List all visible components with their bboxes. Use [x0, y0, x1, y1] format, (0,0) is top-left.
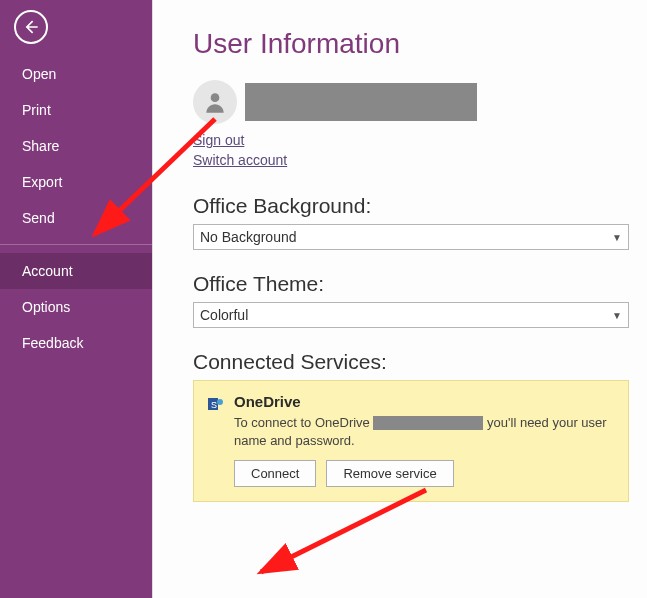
- account-content: User Information Sign out Switch account…: [152, 0, 647, 598]
- service-description: To connect to OneDrive you'll need your …: [234, 414, 614, 450]
- service-redacted: [373, 416, 483, 430]
- person-icon: [202, 89, 228, 115]
- office-background-heading: Office Background:: [193, 194, 633, 218]
- svg-text:S: S: [211, 400, 217, 410]
- nav-account[interactable]: Account: [0, 253, 152, 289]
- back-arrow-icon: [21, 17, 41, 37]
- office-theme-heading: Office Theme:: [193, 272, 633, 296]
- switch-account-link[interactable]: Switch account: [193, 152, 287, 168]
- svg-line-5: [261, 490, 426, 572]
- nav-open[interactable]: Open: [0, 56, 152, 92]
- avatar: [193, 80, 237, 124]
- office-theme-value: Colorful: [200, 307, 248, 323]
- office-background-value: No Background: [200, 229, 297, 245]
- service-name: OneDrive: [234, 393, 614, 410]
- nav-share[interactable]: Share: [0, 128, 152, 164]
- backstage-sidebar: Open Print Share Export Send Account Opt…: [0, 0, 152, 598]
- signout-link[interactable]: Sign out: [193, 132, 244, 148]
- connect-button[interactable]: Connect: [234, 460, 316, 487]
- sharepoint-icon: S: [208, 396, 224, 412]
- back-button[interactable]: [14, 10, 48, 44]
- nav-send[interactable]: Send: [0, 200, 152, 236]
- chevron-down-icon: ▼: [612, 232, 622, 243]
- user-info-row: [193, 80, 633, 124]
- nav-list: Open Print Share Export Send Account Opt…: [0, 56, 152, 361]
- svg-point-1: [211, 93, 220, 102]
- office-theme-select[interactable]: Colorful ▼: [193, 302, 629, 328]
- connected-services-box: S OneDrive To connect to OneDrive you'll…: [193, 380, 629, 502]
- nav-separator: [0, 244, 152, 245]
- nav-options[interactable]: Options: [0, 289, 152, 325]
- chevron-down-icon: ▼: [612, 310, 622, 321]
- user-name-redacted: [245, 83, 477, 121]
- nav-export[interactable]: Export: [0, 164, 152, 200]
- page-title: User Information: [193, 28, 633, 60]
- connected-services-heading: Connected Services:: [193, 350, 633, 374]
- nav-print[interactable]: Print: [0, 92, 152, 128]
- svg-point-4: [217, 399, 223, 405]
- nav-feedback[interactable]: Feedback: [0, 325, 152, 361]
- remove-service-button[interactable]: Remove service: [326, 460, 453, 487]
- office-background-select[interactable]: No Background ▼: [193, 224, 629, 250]
